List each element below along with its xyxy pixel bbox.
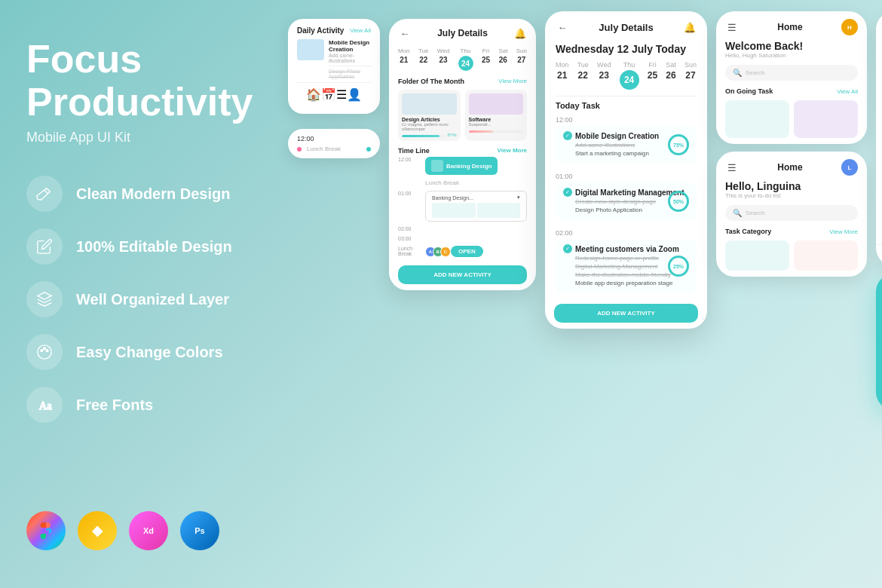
teal-project-label: Project Description bbox=[876, 377, 882, 388]
ongoing-task-2 bbox=[794, 100, 858, 138]
folder-header: Folder Of The Month View More bbox=[389, 74, 536, 87]
hl-title-col3: Home bbox=[777, 162, 802, 173]
features-list: Clean Modern Design 100% Editable Design… bbox=[26, 176, 253, 423]
task-block-2: 01:00 ✓ Digital Marketing Management Cre… bbox=[545, 170, 707, 226]
wand-icon bbox=[26, 176, 63, 212]
wb-greeting-title: Welcome Back! bbox=[725, 40, 858, 52]
cal-day-sun: Sun27 bbox=[516, 47, 527, 71]
task-sub-3a: Redesign-home-page-or-profile bbox=[575, 255, 659, 262]
feature-fonts-label: Free Fonts bbox=[76, 397, 153, 414]
nav-home-icon: 🏠 bbox=[306, 87, 321, 102]
hl-search-placeholder-col3: Search bbox=[746, 210, 764, 216]
svg-point-3 bbox=[41, 350, 43, 352]
home-bottom-nav: 🏠 📅 ☰ 👤 bbox=[876, 244, 882, 266]
menu-icon-1[interactable]: ☰ bbox=[725, 20, 739, 34]
task-check-3: ✓ bbox=[563, 244, 572, 253]
bell-icon[interactable]: 🔔 bbox=[513, 26, 527, 40]
col1: Daily Activity View All Mobile Design Cr… bbox=[288, 19, 380, 166]
task-cat-view-col3[interactable]: View More bbox=[829, 228, 858, 235]
avatar-row: A B C bbox=[425, 247, 448, 257]
task-title-2: Digital Marketing Management bbox=[575, 188, 684, 197]
task-item-2[interactable]: ✓ Digital Marketing Management Create-ne… bbox=[556, 182, 697, 220]
hello-linguina-screen-col3: ☰ Home L Hello, Linguina This is your to… bbox=[716, 152, 867, 277]
big-phone-title: July Details bbox=[599, 22, 653, 33]
hl-greeting-title-col3: Hello, Linguina bbox=[725, 180, 858, 192]
big-cal-thu[interactable]: Thu24 bbox=[620, 61, 639, 90]
folder-progress-fill-2 bbox=[469, 130, 494, 133]
task-sub-2: Create-new-style-design-page bbox=[575, 198, 656, 205]
big-cal-fri: Fri25 bbox=[648, 61, 657, 90]
layers-icon bbox=[26, 281, 63, 317]
open-badge[interactable]: OPEN bbox=[451, 246, 483, 257]
menu-icon-3[interactable]: ☰ bbox=[725, 161, 739, 174]
task-row-title-3: ✓ Meeting customers via Zoom bbox=[563, 244, 689, 253]
cal-day-tue: Tue22 bbox=[418, 47, 429, 71]
banking-design-outline[interactable]: Banking Design... ▾ bbox=[425, 191, 527, 222]
folder-name-2: Software bbox=[469, 117, 524, 122]
cal-day-mon: Mon21 bbox=[398, 47, 410, 71]
timeline-item-1: 12:00 Banking Design bbox=[398, 155, 527, 177]
folder-software[interactable]: Software Suspendi... bbox=[465, 90, 528, 141]
hl-search-bar-col3[interactable]: 🔍 Search bbox=[725, 205, 858, 221]
col3: ☰ Home H Welcome Back! Hello, Hugh Satur… bbox=[716, 11, 867, 277]
big-bell-icon[interactable]: 🔔 bbox=[683, 20, 697, 34]
brand-subtitle: Mobile App UI Kit bbox=[26, 130, 253, 145]
task-time-1: 12:00 bbox=[556, 116, 697, 124]
feature-editable-label: 100% Editable Design bbox=[76, 238, 232, 256]
folder-progress-fill bbox=[402, 135, 439, 137]
calendar-row: Mon21 Tue22 Wed23 Thu24 Fri25 Sat26 Sun2… bbox=[389, 44, 536, 74]
edit-icon bbox=[26, 228, 63, 265]
daily-activity-title: Daily Activity bbox=[297, 26, 344, 35]
cal-day-sat: Sat26 bbox=[498, 47, 507, 71]
add-new-activity-btn-1[interactable]: ADD NEW ACTIVITY bbox=[398, 265, 527, 284]
svg-marker-1 bbox=[38, 292, 51, 299]
priority-item-fitness[interactable]: Fitness Trackin Design Deadline less tha… bbox=[876, 214, 882, 244]
task-block-3: 02:00 ✓ Meeting customers via Zoom Redes… bbox=[545, 226, 707, 299]
wb-search-bar[interactable]: 🔍 Search bbox=[725, 65, 858, 81]
task-cat-card-2-col3 bbox=[794, 240, 858, 271]
avatar-3: C bbox=[440, 247, 451, 257]
card-icon bbox=[431, 160, 443, 172]
july-details-title: July Details bbox=[437, 28, 488, 38]
feature-layers-label: Well Organized Layer bbox=[76, 291, 229, 308]
cal-day-fri: Fri25 bbox=[482, 47, 490, 71]
add-new-activity-btn-2[interactable]: ADD NEW ACTIVITY bbox=[554, 304, 698, 323]
da-item-1: Mobile Design Creation Add-same-illustra… bbox=[297, 39, 371, 79]
top-card-bottom-nav: 🏠 📅 ☰ 👤 bbox=[297, 82, 371, 106]
ongoing-header: On Going Task View All bbox=[716, 84, 867, 97]
folder-view-more[interactable]: View More bbox=[498, 78, 527, 85]
folder-thumb-1 bbox=[402, 93, 457, 115]
user-avatar-3: L bbox=[841, 159, 858, 176]
hl-greeting-col3: Hello, Linguina This is your to-do list bbox=[716, 180, 867, 202]
task-sub-3b: Digital-Marketing-Management bbox=[575, 263, 657, 270]
banking-design-card[interactable]: Banking Design bbox=[425, 157, 498, 175]
sketch-logo: ◆ bbox=[78, 511, 117, 550]
back-icon[interactable]: ← bbox=[398, 26, 412, 40]
teal-task-title-label: Task Title bbox=[876, 301, 882, 308]
timeline-view[interactable]: View More bbox=[498, 147, 527, 155]
ongoing-view-all[interactable]: View All bbox=[837, 88, 858, 95]
july-details-header: ← July Details 🔔 bbox=[389, 19, 536, 44]
daily-activity-card: Daily Activity View All Mobile Design Cr… bbox=[288, 19, 380, 114]
da-thumb bbox=[297, 39, 324, 60]
task-percent-3: 25% bbox=[668, 256, 689, 277]
cal-day-thu[interactable]: Thu24 bbox=[458, 47, 473, 71]
ongoing-tasks-preview bbox=[716, 97, 867, 144]
nav-user-icon: 👤 bbox=[347, 87, 362, 102]
task-item-1[interactable]: ✓ Mobile Design Creation Add-same-illust… bbox=[556, 126, 697, 164]
folder-progress-bar bbox=[402, 135, 445, 137]
lunch-break-timeline: Lunch Break bbox=[425, 179, 459, 186]
palette-icon bbox=[26, 334, 63, 370]
folder-design-articles[interactable]: Design Articles Cr magna, pellent nunc u… bbox=[398, 90, 461, 141]
big-back-icon[interactable]: ← bbox=[556, 20, 569, 34]
timeline-section: Time Line View More 12:00 Banking Design… bbox=[389, 144, 536, 262]
task-item-3[interactable]: ✓ Meeting customers via Zoom Redesign-ho… bbox=[556, 239, 697, 293]
big-date-title: Wednesday 12 July Today bbox=[545, 40, 707, 58]
svg-point-4 bbox=[44, 348, 46, 350]
col1-phone: ← July Details 🔔 Mon21 Tue22 Wed23 Thu24… bbox=[389, 19, 536, 290]
task-title-3: Meeting customers via Zoom bbox=[575, 245, 679, 253]
search-icon-3: 🔍 bbox=[733, 209, 742, 217]
priority-header: Priority Tasks View More bbox=[876, 170, 882, 183]
feature-editable: 100% Editable Design bbox=[26, 228, 253, 265]
priority-item-banking[interactable]: Banking Mobile Design Deadline less than… bbox=[876, 183, 882, 215]
